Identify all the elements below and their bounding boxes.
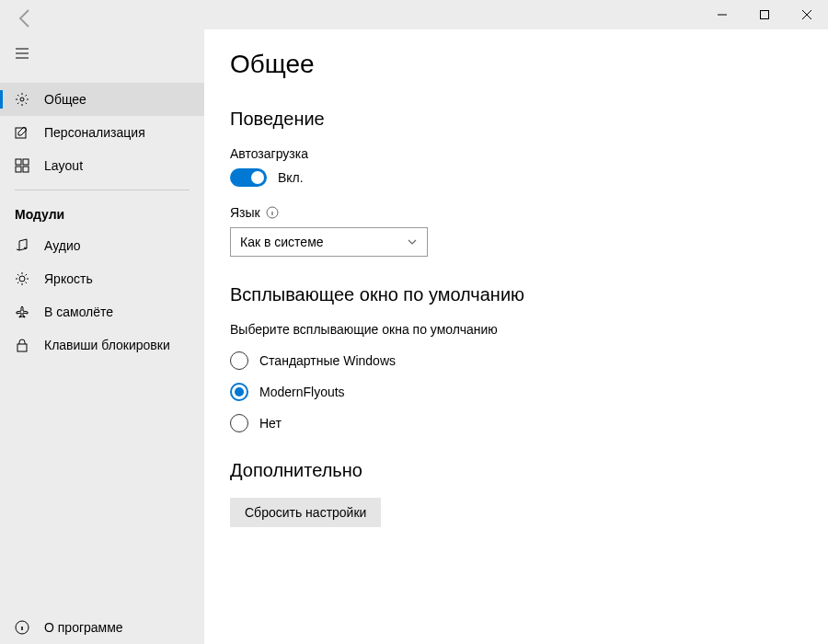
gear-icon bbox=[15, 92, 29, 107]
sidebar-item-about[interactable]: О программе bbox=[0, 611, 204, 644]
autostart-toggle[interactable] bbox=[230, 168, 267, 187]
autostart-label: Автозагрузка bbox=[230, 146, 791, 161]
lock-icon bbox=[15, 338, 29, 352]
modules-section-label: Модули bbox=[0, 198, 204, 229]
sidebar-item-brightness[interactable]: Яркость bbox=[0, 262, 204, 295]
back-button[interactable] bbox=[15, 7, 37, 29]
language-label: Язык bbox=[230, 205, 791, 220]
behavior-title: Поведение bbox=[230, 109, 791, 130]
sidebar: Общее Персонализация Layout Модули Аудио bbox=[0, 29, 204, 644]
radio-label: Стандартные Windows bbox=[259, 353, 396, 368]
svg-point-1 bbox=[20, 98, 24, 101]
sidebar-item-label: Layout bbox=[44, 158, 83, 173]
svg-rect-8 bbox=[17, 344, 27, 351]
sidebar-item-lock-keys[interactable]: Клавиши блокировки bbox=[0, 328, 204, 362]
sidebar-item-label: Общее bbox=[44, 92, 86, 107]
dropdown-value: Как в системе bbox=[240, 235, 324, 249]
radio-label: ModernFlyouts bbox=[259, 385, 345, 399]
svg-rect-3 bbox=[16, 159, 21, 165]
main-content: Общее Поведение Автозагрузка Вкл. Язык К… bbox=[204, 29, 828, 644]
default-flyout-title: Всплывающее окно по умолчанию bbox=[230, 284, 791, 305]
window-controls bbox=[701, 0, 828, 29]
sidebar-item-label: Аудио bbox=[44, 238, 81, 253]
radio-modernflyouts[interactable]: ModernFlyouts bbox=[230, 383, 791, 401]
info-icon bbox=[266, 206, 279, 219]
edit-icon bbox=[15, 125, 29, 140]
svg-rect-5 bbox=[16, 167, 21, 172]
sidebar-item-personalization[interactable]: Персонализация bbox=[0, 116, 204, 149]
radio-none[interactable]: Нет bbox=[230, 414, 791, 432]
sidebar-item-airplane[interactable]: В самолёте bbox=[0, 295, 204, 328]
sidebar-item-label: Яркость bbox=[44, 271, 93, 286]
brightness-icon bbox=[15, 271, 29, 286]
svg-rect-6 bbox=[23, 167, 29, 172]
audio-icon bbox=[15, 238, 29, 253]
sidebar-item-label: Персонализация bbox=[44, 125, 145, 140]
sidebar-item-general[interactable]: Общее bbox=[0, 83, 204, 116]
advanced-title: Дополнительно bbox=[230, 460, 791, 481]
sidebar-item-label: О программе bbox=[44, 620, 123, 635]
radio-windows[interactable]: Стандартные Windows bbox=[230, 351, 791, 370]
sidebar-item-label: Клавиши блокировки bbox=[44, 338, 170, 352]
svg-rect-0 bbox=[761, 11, 769, 19]
close-button[interactable] bbox=[786, 0, 828, 29]
page-title: Общее bbox=[230, 50, 791, 79]
sidebar-item-layout[interactable]: Layout bbox=[0, 149, 204, 182]
minimize-button[interactable] bbox=[701, 0, 743, 29]
svg-point-7 bbox=[19, 276, 25, 282]
hamburger-button[interactable] bbox=[0, 39, 204, 72]
radio-indicator bbox=[230, 383, 248, 401]
autostart-state: Вкл. bbox=[278, 170, 304, 185]
reset-button[interactable]: Сбросить настройки bbox=[230, 498, 381, 527]
info-icon bbox=[15, 620, 29, 635]
chevron-down-icon bbox=[407, 236, 418, 247]
svg-rect-4 bbox=[23, 159, 29, 165]
svg-rect-2 bbox=[16, 128, 26, 138]
sidebar-item-audio[interactable]: Аудио bbox=[0, 229, 204, 262]
default-flyout-desc: Выберите всплывающие окна по умолчанию bbox=[230, 322, 791, 337]
language-dropdown[interactable]: Как в системе bbox=[230, 227, 428, 257]
sidebar-item-label: В самолёте bbox=[44, 305, 113, 319]
radio-indicator bbox=[230, 351, 248, 370]
titlebar bbox=[0, 0, 828, 29]
divider bbox=[15, 190, 190, 190]
layout-icon bbox=[15, 158, 29, 173]
radio-indicator bbox=[230, 414, 248, 432]
maximize-button[interactable] bbox=[743, 0, 786, 29]
airplane-icon bbox=[15, 305, 29, 319]
radio-label: Нет bbox=[259, 416, 282, 431]
